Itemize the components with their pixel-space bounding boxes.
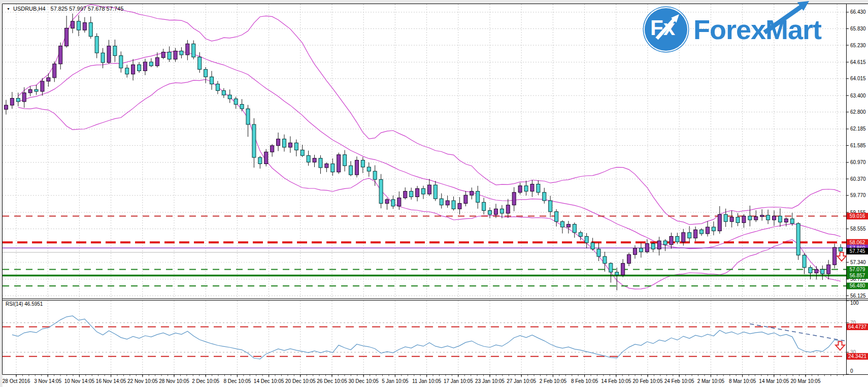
candle-body [712, 227, 715, 231]
symbol-info: ▼USDRUB,H457.825 57.997 57.678 57.745 [7, 6, 123, 12]
candle-body [446, 201, 449, 205]
candle-body [349, 166, 353, 175]
candle-body [694, 230, 697, 238]
candle-body [361, 160, 364, 167]
svg-text:56.480: 56.480 [850, 283, 865, 288]
axis-price-label: 59.016 [847, 213, 868, 219]
candle-body [488, 211, 492, 215]
forexmart-logo: Fx ForexMart [644, 7, 821, 52]
candle-body [537, 184, 540, 192]
time-axis-label: 28 Oct 2016 [3, 378, 30, 384]
rsi-indicator-label: RSI(14) 46.5951 [6, 301, 43, 307]
candle-body [422, 188, 425, 194]
candle-body [307, 155, 310, 162]
svg-text:64.4737: 64.4737 [848, 324, 867, 330]
candle-body [28, 89, 32, 93]
chart-window: 66.43065.83065.23064.61564.01563.40062.8… [0, 0, 868, 387]
candle-body [367, 167, 371, 171]
candle-body [373, 171, 377, 179]
candle-body [246, 109, 250, 124]
candle-body [410, 191, 413, 197]
candle-body [180, 51, 183, 55]
forexmart-wordmark: ForexMart [693, 7, 821, 52]
collapse-triangle-icon[interactable]: ▼ [7, 7, 10, 11]
candle-body [107, 46, 111, 63]
candle-body [41, 81, 44, 91]
time-axis-label: 11 Jan 10:05 [412, 378, 442, 384]
time-axis-label: 30 Dec 10:05 [348, 378, 379, 384]
time-axis-label: 27 Jan 10:05 [507, 378, 536, 384]
axis-price-label: 57.745 [847, 248, 868, 254]
candle-body [524, 186, 528, 191]
time-axis-label: 28 Nov 10:05 [159, 378, 189, 384]
candle-body [482, 202, 486, 210]
candle-body [512, 192, 516, 205]
candle-body [131, 64, 135, 74]
candle-body [204, 70, 208, 77]
candle-body [89, 23, 92, 37]
candle-body [682, 233, 685, 242]
candle-body [784, 219, 788, 222]
candle-body [228, 95, 231, 99]
candle-body [53, 64, 56, 78]
candle-body [264, 152, 268, 164]
price-axis-tick-label: 60.370 [850, 176, 866, 182]
candle-body [500, 209, 504, 213]
candle-body [754, 216, 758, 220]
candle-body [748, 216, 752, 220]
candle-body [95, 37, 98, 53]
candle-body [301, 150, 304, 155]
price-axis-tick-label: 64.615 [850, 59, 866, 65]
candle-body [827, 265, 830, 274]
svg-text:24.3421: 24.3421 [848, 353, 867, 359]
candle-body [730, 217, 733, 222]
candle-body [742, 216, 746, 222]
time-axis-label: 26 Dec 10:05 [317, 378, 347, 384]
candle-body [676, 236, 679, 242]
candle-body [549, 201, 552, 212]
time-axis-label: 8 Feb 10:05 [571, 378, 598, 384]
candle-body [71, 21, 75, 28]
candle-body [458, 203, 461, 209]
candle-body [22, 93, 26, 102]
candle-body [59, 46, 62, 64]
candle-body [47, 78, 50, 81]
candle-body [240, 104, 244, 109]
candle-body [688, 233, 691, 238]
candle-body [585, 236, 588, 242]
candle-body [718, 214, 721, 231]
candle-body [543, 192, 546, 201]
candle-body [258, 157, 262, 164]
candle-body [790, 219, 794, 223]
candle-body [4, 105, 8, 109]
price-axis-tick-label: 60.970 [850, 159, 866, 165]
time-axis-label: 14 Feb 10:05 [601, 378, 631, 384]
price-axis-tick-label: 58.555 [850, 226, 866, 232]
candle-body [645, 244, 649, 252]
candle-body [355, 160, 358, 175]
candle-body [143, 62, 147, 71]
candle-body [397, 198, 401, 206]
candle-body [452, 201, 455, 209]
candle-body [101, 53, 105, 62]
axis-price-label: 64.4737 [847, 324, 868, 330]
time-axis-label: 20 Mar 10:05 [791, 378, 821, 384]
price-axis-tick-label: 65.230 [850, 43, 866, 48]
candle-body [174, 51, 177, 59]
svg-text:57.079: 57.079 [850, 267, 865, 272]
candle-body [325, 164, 328, 168]
candle-body [778, 216, 782, 222]
time-axis-label: 14 Mar 10:05 [759, 378, 789, 384]
candle-body [65, 28, 69, 46]
time-axis-label: 8 Mar 10:05 [729, 378, 756, 384]
candle-body [494, 209, 497, 214]
candle-body [391, 200, 395, 206]
time-axis-label: 2 Dec 10:05 [192, 378, 219, 384]
candle-body [700, 230, 704, 234]
candle-body [591, 243, 594, 249]
candle-body [192, 44, 195, 57]
candle-body [597, 249, 600, 256]
candle-body [252, 124, 256, 157]
candle-body [766, 215, 770, 220]
time-axis-label: 17 Jan 10:05 [444, 378, 473, 384]
